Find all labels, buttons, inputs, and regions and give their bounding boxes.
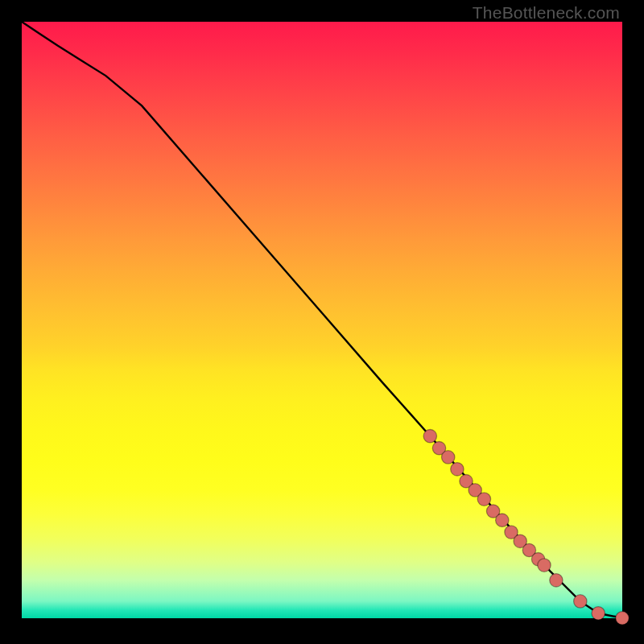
watermark-text: TheBottleneck.com: [473, 3, 620, 23]
data-point: [538, 559, 551, 572]
data-point: [496, 514, 509, 526]
data-point: [550, 574, 563, 587]
chart-frame: TheBottleneck.com: [0, 0, 644, 644]
data-point: [592, 607, 605, 620]
chart-overlay: [22, 22, 622, 622]
data-point: [451, 463, 464, 476]
data-point: [616, 612, 629, 625]
data-point: [574, 595, 587, 608]
curve-line: [22, 22, 622, 618]
data-point: [442, 451, 455, 464]
data-point: [477, 493, 490, 506]
data-point: [423, 430, 436, 443]
scatter-points: [423, 430, 629, 625]
